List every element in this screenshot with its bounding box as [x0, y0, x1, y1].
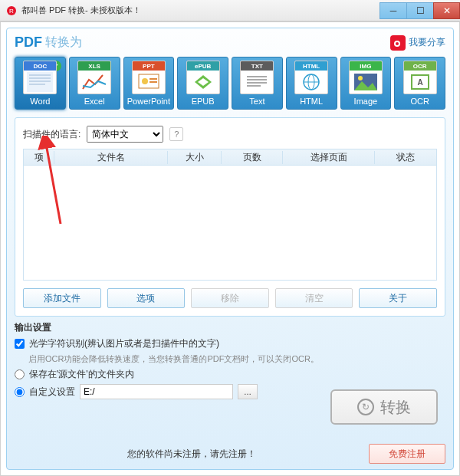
header-title: PDF: [15, 34, 42, 51]
browse-button[interactable]: …: [238, 384, 258, 399]
output-settings-title: 输出设置: [15, 321, 445, 334]
file-table-body[interactable]: [23, 166, 437, 281]
tile-ocr[interactable]: OCRA OCR: [394, 57, 445, 110]
window-title: 都叫兽 PDF 转换- 未授权版本！: [21, 5, 141, 16]
custom-path-label: 自定义设置: [29, 386, 75, 399]
svg-text:A: A: [417, 78, 422, 87]
tile-excel[interactable]: XLS Excel: [69, 57, 120, 110]
format-tiles: ✓ DOC Word XLS Excel PPT PowerPoint ePUB…: [15, 57, 445, 110]
header-subtitle: 转换为: [45, 34, 82, 51]
scan-language-label: 扫描件的语言:: [23, 128, 80, 141]
svg-point-10: [142, 78, 148, 84]
titlebar: R 都叫兽 PDF 转换- 未授权版本！ ─ ☐ ✕: [0, 0, 460, 21]
tile-epub[interactable]: ePUB EPUB: [177, 57, 228, 110]
window-minimize-button[interactable]: ─: [380, 2, 406, 19]
tile-powerpoint[interactable]: PPT PowerPoint: [123, 57, 175, 110]
tile-word[interactable]: ✓ DOC Word: [15, 57, 66, 110]
app-icon: R: [6, 5, 17, 16]
clear-button[interactable]: 清空: [275, 288, 353, 308]
tile-text[interactable]: TXT Text: [232, 57, 283, 110]
ocr-hint: 启用OCR功能会降低转换速度，当您转换普通的PDF文档时，可以关闭OCR。: [28, 353, 445, 365]
register-notice: 您的软件尚未注册，请先注册！: [15, 448, 369, 461]
weibo-icon: [390, 35, 406, 51]
custom-path-radio[interactable]: [15, 387, 25, 397]
svg-point-21: [358, 76, 363, 80]
tile-html[interactable]: HTML HTML: [286, 57, 337, 110]
file-table-header: 项 文件名 大小 页数 选择页面 状态: [23, 149, 437, 166]
share-label: 我要分享: [409, 36, 445, 49]
output-path-input[interactable]: [80, 384, 233, 399]
scan-language-select[interactable]: 简体中文: [87, 126, 163, 143]
register-button[interactable]: 免费注册: [369, 444, 445, 464]
svg-rect-11: [150, 78, 157, 80]
ocr-checkbox[interactable]: [15, 339, 25, 349]
tile-image[interactable]: IMG Image: [340, 57, 392, 110]
ocr-label: 光学字符识别(辨认图片或者是扫描件中的文字): [29, 337, 219, 350]
window-maximize-button[interactable]: ☐: [406, 2, 433, 19]
save-source-label: 保存在'源文件'的文件夹内: [29, 368, 134, 381]
save-source-radio[interactable]: [15, 369, 25, 379]
add-file-button[interactable]: 添加文件: [23, 288, 101, 308]
share-link[interactable]: 我要分享: [390, 35, 445, 51]
svg-rect-12: [150, 81, 157, 83]
about-button[interactable]: 关于: [359, 288, 437, 308]
remove-button[interactable]: 移除: [191, 288, 269, 308]
convert-icon: ↻: [357, 399, 374, 415]
svg-text:R: R: [9, 8, 14, 15]
convert-button[interactable]: ↻ 转换: [330, 389, 438, 425]
help-icon[interactable]: ?: [169, 127, 183, 141]
svg-point-3: [396, 42, 399, 45]
options-button[interactable]: 选项: [107, 288, 186, 308]
window-close-button[interactable]: ✕: [433, 2, 460, 19]
